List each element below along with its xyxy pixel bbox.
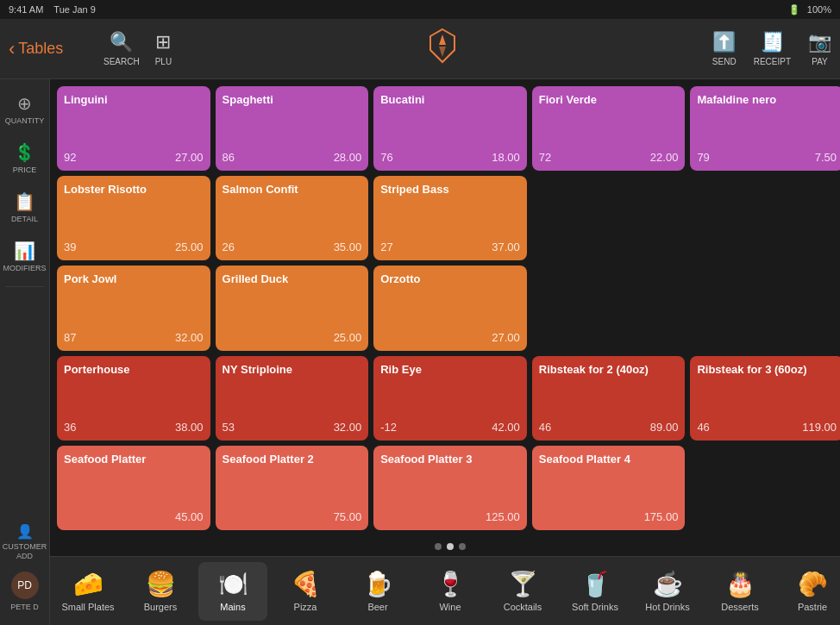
product-price: 37.00 xyxy=(492,241,520,253)
category-icon: 🎂 xyxy=(725,570,755,598)
category-label: Pastrie xyxy=(798,602,827,612)
product-card[interactable]: Grilled Duck 25.00 xyxy=(216,266,369,350)
product-card[interactable]: Ribsteak for 2 (40oz) 46 89.00 xyxy=(532,356,686,441)
product-price: 18.00 xyxy=(492,151,520,164)
product-qty: 86 xyxy=(223,151,235,164)
sidebar-modifiers-label: MODIFIERS xyxy=(3,264,47,272)
search-button[interactable]: 🔍 SEARCH xyxy=(103,31,140,66)
product-price: 28.00 xyxy=(334,151,362,164)
product-card-empty xyxy=(532,176,686,260)
category-item-mains[interactable]: 🍽️ Mains xyxy=(198,562,267,621)
product-name: Seafood Platter 3 xyxy=(380,453,520,466)
product-card[interactable]: Lobster Risotto 39 25.00 xyxy=(57,176,210,260)
product-price: 27.00 xyxy=(175,151,204,164)
product-name: Ribsteak for 2 (40oz) xyxy=(539,363,679,376)
category-item-pizza[interactable]: 🍕 Pizza xyxy=(271,562,340,621)
product-qty: 27 xyxy=(380,241,392,253)
category-label: Desserts xyxy=(721,602,758,612)
product-qty: 87 xyxy=(64,331,76,344)
product-price: 25.00 xyxy=(334,331,362,344)
product-card[interactable]: Rib Eye -12 42.00 xyxy=(373,356,527,441)
category-icon: 🧀 xyxy=(73,570,103,598)
product-card[interactable]: Seafood Platter 45.00 xyxy=(57,446,210,530)
receipt-icon: 🧾 xyxy=(761,31,784,53)
product-card[interactable]: Linguini 92 27.00 xyxy=(57,86,210,171)
product-card[interactable]: Pork Jowl 87 32.00 xyxy=(57,266,210,350)
product-card[interactable]: Spaghetti 86 28.00 xyxy=(216,86,369,171)
product-card[interactable]: Porterhouse 36 38.00 xyxy=(57,356,210,441)
category-icon: 🍔 xyxy=(146,570,176,598)
product-card[interactable]: Mafaldine nero 79 7.50 xyxy=(690,86,840,171)
status-bar: 9:41 AM Tue Jan 9 🔋 100% xyxy=(0,0,840,19)
product-card-empty xyxy=(690,266,840,350)
category-icon: 🍸 xyxy=(508,570,538,598)
sidebar-price-label: PRICE xyxy=(13,166,37,174)
status-time: 9:41 AM xyxy=(9,4,43,15)
page-dot-1[interactable] xyxy=(435,543,442,550)
category-item-beer[interactable]: 🍺 Beer xyxy=(343,562,412,621)
avatar[interactable]: PD xyxy=(11,572,39,599)
sidebar-item-price[interactable]: 💲 PRICE xyxy=(0,135,49,181)
category-item-desserts[interactable]: 🎂 Desserts xyxy=(705,562,774,621)
product-card[interactable]: Bucatini 76 18.00 xyxy=(373,86,527,171)
sidebar-item-quantity[interactable]: ⊕ QUANTITY xyxy=(0,86,49,132)
category-item-pastrie[interactable]: 🥐 Pastrie xyxy=(778,562,840,621)
product-card[interactable]: Striped Bass 27 37.00 xyxy=(373,176,527,260)
receipt-button[interactable]: 🧾 RECEIPT xyxy=(754,31,791,66)
product-name: Orzotto xyxy=(380,272,520,285)
battery-icon: 🔋 xyxy=(788,4,800,16)
product-qty: 36 xyxy=(64,421,76,434)
product-name: Grilled Duck xyxy=(223,272,362,285)
user-name: PETE D xyxy=(10,603,39,611)
pay-label: PAY xyxy=(812,57,828,66)
grid-icon: ⊞ xyxy=(155,31,171,53)
category-item-cocktails[interactable]: 🍸 Cocktails xyxy=(488,562,557,621)
category-label: Small Plates xyxy=(61,602,114,612)
category-icon: 🍷 xyxy=(436,570,466,598)
product-qty: 46 xyxy=(539,421,551,434)
category-item-soft-drinks[interactable]: 🥤 Soft Drinks xyxy=(561,562,630,621)
product-qty: -12 xyxy=(380,421,397,434)
category-item-wine[interactable]: 🍷 Wine xyxy=(416,562,485,621)
send-button[interactable]: ⬆️ SEND xyxy=(712,31,737,66)
product-card[interactable]: Seafood Platter 2 75.00 xyxy=(216,446,369,530)
product-card[interactable]: Seafood Platter 4 175.00 xyxy=(532,446,686,530)
product-name: Salmon Confit xyxy=(223,183,362,196)
page-dot-2[interactable] xyxy=(447,543,454,550)
product-price: 35.00 xyxy=(334,241,362,253)
back-button[interactable]: ‹ Tables xyxy=(9,38,95,60)
sidebar-item-modifiers[interactable]: 📊 MODIFIERS xyxy=(0,234,49,279)
category-item-burgers[interactable]: 🍔 Burgers xyxy=(126,562,195,621)
product-card[interactable]: NY Striploine 53 32.00 xyxy=(216,356,369,441)
product-price: 119.00 xyxy=(802,421,837,434)
product-card-empty xyxy=(532,266,686,350)
category-item-hot-drinks[interactable]: ☕ Hot Drinks xyxy=(633,562,702,621)
detail-icon: 📋 xyxy=(14,191,35,212)
category-item-small-plates[interactable]: 🧀 Small Plates xyxy=(53,562,122,621)
product-price: 27.00 xyxy=(492,331,520,344)
customer-add-icon: 👤 xyxy=(16,523,34,540)
product-card[interactable]: Seafood Platter 3 125.00 xyxy=(373,446,527,530)
product-card[interactable]: Orzotto 27.00 xyxy=(373,266,527,350)
product-qty: 72 xyxy=(539,151,551,164)
category-label: Mains xyxy=(220,602,245,612)
product-card[interactable]: Ribsteak for 3 (60oz) 46 119.00 xyxy=(690,356,840,441)
product-price: 45.00 xyxy=(175,510,204,523)
product-card[interactable]: Fiori Verde 72 22.00 xyxy=(532,86,686,171)
chevron-left-icon: ‹ xyxy=(9,38,15,60)
product-name: Lobster Risotto xyxy=(64,183,204,196)
page-dot-3[interactable] xyxy=(459,543,466,550)
category-bar: 🧀 Small Plates 🍔 Burgers 🍽️ Mains 🍕 Pizz… xyxy=(50,556,840,625)
category-label: Soft Drinks xyxy=(572,602,618,612)
category-icon: 🥤 xyxy=(580,570,611,598)
sidebar-item-detail[interactable]: 📋 DETAIL xyxy=(0,184,49,230)
product-price: 42.00 xyxy=(492,421,520,434)
product-name: Seafood Platter xyxy=(64,453,204,466)
customer-add-button[interactable]: 👤 CUSTOMERADD xyxy=(0,516,50,568)
product-card-empty xyxy=(690,176,840,260)
send-icon: ⬆️ xyxy=(712,31,736,53)
pay-button[interactable]: 📷 PAY xyxy=(808,31,831,66)
product-card[interactable]: Salmon Confit 26 35.00 xyxy=(216,176,369,260)
plu-button[interactable]: ⊞ PLU xyxy=(155,31,172,66)
sidebar-divider xyxy=(5,286,45,287)
